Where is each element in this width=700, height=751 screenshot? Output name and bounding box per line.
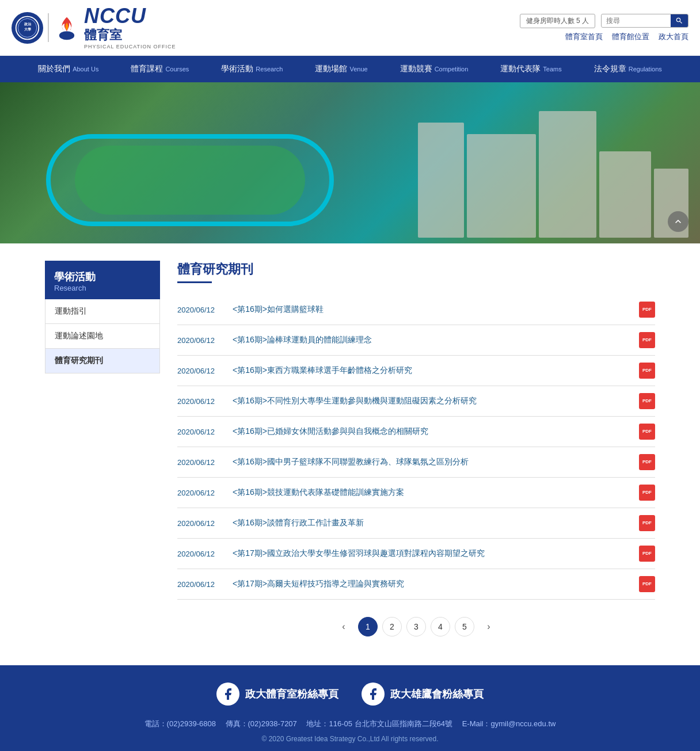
article-title[interactable]: <第16期>不同性別大專學生運動參與動機與運動阻礙因素之分析研究	[233, 396, 630, 406]
pdf-icon: PDF	[639, 515, 655, 531]
article-pdf-link[interactable]: PDF	[639, 363, 655, 379]
main-container: 學術活動 Research 運動指引 運動論述園地 體育研究期刊 體育研究期刊 …	[33, 243, 667, 665]
article-title[interactable]: <第16期>競技運動代表隊基礎體能訓練實施方案	[233, 487, 630, 498]
article-item: 2020/06/12<第17期>國立政治大學女學生修習羽球與趣選項對課程內容期望…	[177, 539, 655, 569]
svg-text:大學: 大學	[24, 27, 31, 31]
search-input[interactable]	[602, 15, 671, 26]
article-title[interactable]: <第17期>高爾夫短桿技巧指導之理論與實務研究	[233, 579, 630, 589]
fb-icon-eagle	[362, 683, 385, 706]
article-list: 2020/06/12<第16期>如何選購籃球鞋PDF2020/06/12<第16…	[177, 295, 655, 600]
article-title[interactable]: <第16期>談體育行政工作計畫及革新	[233, 518, 630, 528]
article-pdf-link[interactable]: PDF	[639, 332, 655, 348]
article-title[interactable]: <第17期>國立政治大學女學生修習羽球與趣選項對課程內容期望之研究	[233, 548, 630, 559]
article-date: 2020/06/12	[177, 489, 223, 497]
nav-item-competition[interactable]: 運動競賽 Competition	[384, 56, 485, 82]
content-title: 體育研究期刊	[177, 261, 655, 278]
article-date: 2020/06/12	[177, 306, 223, 314]
page-button-2[interactable]: 2	[382, 617, 402, 636]
nav-item-research[interactable]: 學術活動 Research	[205, 56, 299, 82]
sidebar-header: 學術活動 Research	[45, 261, 160, 299]
article-date: 2020/06/12	[177, 580, 223, 589]
svg-text:政治: 政治	[24, 22, 32, 26]
site-header: 政治 大學 NCCU 體育室 PHYSICAL EDUCATION OFFICE…	[0, 0, 700, 56]
article-pdf-link[interactable]: PDF	[639, 576, 655, 592]
article-pdf-link[interactable]: PDF	[639, 515, 655, 531]
footer-social: 政大體育室粉絲專頁 政大雄鷹會粉絲專頁	[12, 683, 688, 706]
sidebar-item-guide[interactable]: 運動指引	[45, 299, 159, 324]
link-gym-location[interactable]: 體育館位置	[612, 32, 649, 42]
pdf-icon: PDF	[639, 485, 655, 501]
article-date: 2020/06/12	[177, 519, 223, 528]
article-date: 2020/06/12	[177, 428, 223, 436]
pdf-icon: PDF	[639, 424, 655, 440]
article-item: 2020/06/12<第16期>競技運動代表隊基礎體能訓練實施方案PDF	[177, 478, 655, 508]
article-title[interactable]: <第16期>東西方職業棒球選手年齡體格之分析研究	[233, 365, 630, 376]
article-date: 2020/06/12	[177, 550, 223, 558]
article-item: 2020/06/12<第17期>高爾夫短桿技巧指導之理論與實務研究PDF	[177, 569, 655, 600]
pdf-icon: PDF	[639, 393, 655, 409]
header-links: 體育室首頁 體育館位置 政大首頁	[565, 32, 688, 42]
pdf-icon: PDF	[639, 546, 655, 562]
building-1	[418, 123, 464, 238]
hero-buildings	[412, 82, 700, 243]
search-button[interactable]	[671, 14, 688, 27]
eagle-facebook-link[interactable]: 政大雄鷹會粉絲專頁	[362, 683, 484, 706]
logo-divider	[48, 13, 49, 42]
gym-facebook-label: 政大體育室粉絲專頁	[245, 687, 338, 701]
article-date: 2020/06/12	[177, 336, 223, 345]
pdf-icon: PDF	[639, 576, 655, 592]
logo-area: 政治 大學 NCCU 體育室 PHYSICAL EDUCATION OFFICE	[12, 6, 176, 49]
article-item: 2020/06/12<第16期>已婚婦女休閒活動參與與自我概念的相關研究PDF	[177, 417, 655, 447]
page-button-5[interactable]: 5	[455, 617, 474, 636]
article-title[interactable]: <第16期>論棒球運動員的體能訓練理念	[233, 335, 630, 345]
pdf-icon: PDF	[639, 302, 655, 318]
sidebar-item-journal[interactable]: 體育研究期刊	[45, 349, 159, 373]
gym-count: 健身房即時人數 5 人	[520, 14, 595, 28]
article-title[interactable]: <第16期>如何選購籃球鞋	[233, 304, 630, 315]
article-pdf-link[interactable]: PDF	[639, 485, 655, 501]
prev-page-button[interactable]: ‹	[334, 617, 353, 636]
article-pdf-link[interactable]: PDF	[639, 424, 655, 440]
nav-item-regulations[interactable]: 法令規章 Regulations	[578, 56, 678, 82]
article-date: 2020/06/12	[177, 367, 223, 375]
scroll-to-top-button[interactable]	[668, 211, 688, 232]
fb-icon-gym	[216, 683, 239, 706]
link-nccu-home[interactable]: 政大首頁	[659, 32, 688, 42]
main-nav: 關於我們 About Us 體育課程 Courses 學術活動 Research…	[0, 56, 700, 82]
header-tools: 健身房即時人數 5 人	[520, 14, 688, 28]
pagination: ‹ 1 2 3 4 5 ›	[177, 600, 655, 648]
nav-item-venue[interactable]: 運動場館 Venue	[299, 56, 383, 82]
sidebar-item-forum[interactable]: 運動論述園地	[45, 324, 159, 349]
article-item: 2020/06/12<第16期>東西方職業棒球選手年齡體格之分析研究PDF	[177, 356, 655, 386]
footer-copyright: © 2020 Greatest Idea Strategy Co.,Ltd Al…	[12, 735, 688, 743]
article-pdf-link[interactable]: PDF	[639, 302, 655, 318]
gym-title-en: PHYSICAL EDUCATION OFFICE	[84, 44, 176, 49]
sidebar-title-en: Research	[54, 284, 151, 292]
footer-phone: 電話：(02)2939-6808	[144, 719, 216, 728]
gym-facebook-link[interactable]: 政大體育室粉絲專頁	[216, 683, 338, 706]
pdf-icon: PDF	[639, 363, 655, 379]
nccu-acronym: NCCU	[84, 6, 176, 26]
content-area: 體育研究期刊 2020/06/12<第16期>如何選購籃球鞋PDF2020/06…	[177, 261, 655, 648]
article-title[interactable]: <第16期>已婚婦女休閒活動參與與自我概念的相關研究	[233, 426, 630, 437]
eagle-facebook-label: 政大雄鷹會粉絲專頁	[390, 687, 484, 701]
building-4	[599, 151, 651, 238]
next-page-button[interactable]: ›	[479, 617, 499, 636]
article-pdf-link[interactable]: PDF	[639, 393, 655, 409]
link-gym-home[interactable]: 體育室首頁	[565, 32, 603, 42]
sidebar-title-zh: 學術活動	[54, 270, 151, 284]
search-box	[601, 14, 688, 28]
article-item: 2020/06/12<第16期>論棒球運動員的體能訓練理念PDF	[177, 325, 655, 356]
article-pdf-link[interactable]: PDF	[639, 454, 655, 470]
article-title[interactable]: <第16期>國中男子籃球隊不同聯盟教練行為、球隊氣氛之區別分析	[233, 457, 630, 467]
nav-item-courses[interactable]: 體育課程 Courses	[115, 56, 205, 82]
nav-item-teams[interactable]: 運動代表隊 Teams	[484, 56, 577, 82]
article-pdf-link[interactable]: PDF	[639, 546, 655, 562]
page-button-4[interactable]: 4	[431, 617, 450, 636]
content-divider	[177, 281, 212, 283]
page-button-1[interactable]: 1	[358, 617, 378, 636]
page-button-3[interactable]: 3	[406, 617, 426, 636]
nav-item-about[interactable]: 關於我們 About Us	[22, 56, 115, 82]
hero-track	[46, 134, 334, 226]
nccu-text-logo: NCCU 體育室 PHYSICAL EDUCATION OFFICE	[84, 6, 176, 49]
